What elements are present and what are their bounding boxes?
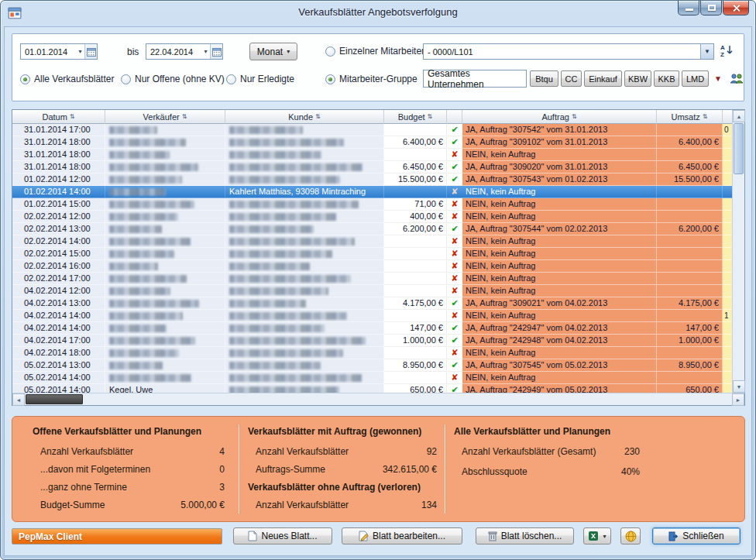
- title-bar[interactable]: Verkaufsblätter Angebotsverfolgung: [1, 1, 755, 26]
- monat-button[interactable]: Monat▾: [249, 43, 297, 60]
- column-header-budget[interactable]: Budget⇅: [384, 110, 447, 124]
- summary-value: 134: [421, 500, 437, 510]
- redacted-text: [229, 176, 340, 184]
- date-from-dropdown-icon[interactable]: ▾: [76, 48, 84, 55]
- date-to-field[interactable]: 22.04.2014 ▾: [146, 43, 223, 60]
- table-row[interactable]: 02.02.2014 14:00✘NEIN, kein Auftrag: [12, 235, 732, 248]
- column-header-datum[interactable]: Datum⇅: [12, 110, 105, 124]
- minimize-button[interactable]: [678, 1, 699, 15]
- sort-az-button[interactable]: A Z: [720, 43, 734, 60]
- horizontal-scroll-thumb[interactable]: [26, 394, 83, 404]
- employee-groups-button[interactable]: [729, 72, 744, 88]
- table-row[interactable]: 04.02.2014 17:001.000,00 €✔JA, Auftrag "…: [12, 335, 732, 347]
- column-header-extra[interactable]: [723, 110, 732, 124]
- scroll-up-icon[interactable]: ▲: [733, 110, 745, 122]
- group-name-field[interactable]: Gesamtes Unternehmen: [423, 70, 527, 88]
- scroll-left-icon[interactable]: ◄: [12, 393, 25, 406]
- table-row[interactable]: 04.02.2014 18:00✘NEIN, kein Auftrag: [12, 347, 732, 359]
- column-header-umsatz[interactable]: Umsatz⇅: [657, 110, 723, 124]
- table-row[interactable]: 31.01.2014 18:006.450,00 €✔JA, Auftrag "…: [12, 161, 732, 173]
- group-button-lmd[interactable]: LMD: [682, 70, 709, 87]
- group-button-label: LMD: [686, 74, 704, 84]
- employee-select[interactable]: - 0000/L101 ▼: [423, 43, 714, 60]
- table-row[interactable]: 31.01.2014 18:00✘NEIN, kein Auftrag: [12, 149, 732, 161]
- redacted-text: [229, 126, 303, 134]
- column-header-auftrag[interactable]: Auftrag⇅: [462, 110, 657, 124]
- table-row[interactable]: 02.02.2014 16:00✘NEIN, kein Auftrag: [12, 260, 732, 273]
- table-row[interactable]: 05.02.2014 14:00✘NEIN, kein Auftrag: [12, 372, 732, 384]
- group-button-einkauf[interactable]: Einkauf: [584, 70, 622, 87]
- horizontal-scrollbar[interactable]: ◄ ►: [12, 393, 744, 405]
- radio-einzelner-mitarbeiter[interactable]: Einzelner Mitarbeiter: [325, 46, 424, 57]
- export-excel-button[interactable]: ▾: [583, 527, 611, 545]
- close-button[interactable]: [723, 1, 749, 15]
- order-status-cell: ✔: [447, 161, 462, 173]
- radio-alle-verkaufsblaetter[interactable]: Alle Verkaufsblätter: [20, 74, 114, 84]
- edit-sheet-button[interactable]: Blatt bearbeiten...: [342, 527, 462, 545]
- group-button-btqu[interactable]: Btqu: [530, 70, 558, 87]
- vertical-scrollbar[interactable]: ▲ ▼: [732, 110, 744, 393]
- date-from-field[interactable]: 01.01.2014 ▾: [20, 43, 98, 60]
- cross-icon: ✘: [451, 261, 458, 270]
- combo-dropdown-icon[interactable]: ▼: [700, 44, 713, 59]
- vertical-scroll-thumb[interactable]: [734, 123, 744, 174]
- table-row[interactable]: 02.02.2014 15:00✘NEIN, kein Auftrag: [12, 248, 732, 260]
- auftrag-cell: NEIN, kein Auftrag: [462, 198, 657, 211]
- table-row[interactable]: 01.02.2014 12:0015.500,00 €✔JA, Auftrag …: [12, 173, 732, 186]
- column-header-kunde[interactable]: Kunde⇅: [225, 110, 384, 124]
- maximize-button[interactable]: [700, 1, 722, 15]
- radio-nur-offene[interactable]: Nur Offene (ohne KV): [121, 74, 225, 84]
- chevron-down-icon: ▾: [603, 533, 606, 540]
- table-row[interactable]: 02.02.2014 12:00400,00 €✘NEIN, kein Auft…: [12, 211, 732, 223]
- radio-nur-erledigte[interactable]: Nur Erledigte: [226, 74, 294, 84]
- delete-sheet-button[interactable]: Blatt löschen...: [476, 527, 574, 545]
- table-row[interactable]: 02.02.2014 17:00✘NEIN, kein Auftrag: [12, 273, 732, 285]
- kunde-cell: [225, 223, 384, 235]
- column-header-verkaeufer[interactable]: Verkäufer⇅: [105, 110, 225, 124]
- scroll-right-icon[interactable]: ►: [732, 393, 744, 406]
- order-status-cell: ✘: [447, 248, 462, 260]
- datum-cell: 02.02.2014 16:00: [12, 260, 105, 273]
- column-header-status[interactable]: [447, 110, 462, 124]
- table-row[interactable]: 04.02.2014 13:004.175,00 €✔JA, Auftrag "…: [12, 297, 732, 310]
- more-groups-icon[interactable]: ▼: [714, 74, 722, 83]
- umsatz-cell: [657, 260, 723, 273]
- new-sheet-button[interactable]: Neues Blatt...: [233, 527, 332, 545]
- employee-select-value: - 0000/L101: [424, 47, 700, 57]
- edge-cell: [723, 136, 732, 149]
- table-row[interactable]: 05.02.2014 13:008.950,00 €✔JA, Auftrag "…: [12, 359, 732, 372]
- table-row[interactable]: 04.02.2014 14:00✘NEIN, kein Auftrag1: [12, 310, 732, 322]
- datum-cell: 01.02.2014 12:00: [12, 173, 105, 186]
- redacted-text: [229, 349, 343, 357]
- date-from-calendar-button[interactable]: [84, 44, 97, 59]
- kunde-cell: [225, 347, 384, 359]
- table-row[interactable]: 02.02.2014 13:006.200,00 €✔JA, Auftrag "…: [12, 223, 732, 235]
- table-row[interactable]: 01.02.2014 14:00Kahlert Matthias, 93098 …: [12, 186, 732, 198]
- group-button-cc[interactable]: CC: [561, 70, 582, 87]
- budget-cell: [384, 347, 447, 359]
- summary-lost-title: Verkaufsblätter ohne Auftrag (verloren): [248, 482, 421, 493]
- datum-cell: 31.01.2014 17:00: [12, 124, 105, 136]
- table-row[interactable]: 31.01.2014 17:00✔JA, Auftrag "307542" vo…: [12, 124, 732, 136]
- radio-mitarbeiter-gruppe[interactable]: Mitarbeiter-Gruppe: [325, 74, 418, 84]
- umsatz-cell: [657, 285, 723, 297]
- datum-cell: 02.02.2014 14:00: [12, 235, 105, 248]
- table-row[interactable]: 04.02.2014 12:00✘NEIN, kein Auftrag: [12, 285, 732, 297]
- table-row[interactable]: 31.01.2014 18:006.400,00 €✔JA, Auftrag "…: [12, 136, 732, 149]
- order-status-cell: ✘: [447, 235, 462, 248]
- scroll-down-icon[interactable]: ▼: [733, 380, 745, 393]
- date-to-dropdown-icon[interactable]: ▾: [201, 48, 210, 55]
- sort-arrows-icon: ⇅: [703, 113, 708, 120]
- date-to-calendar-button[interactable]: [210, 44, 222, 59]
- kunde-cell: [225, 161, 384, 173]
- group-button-kbw[interactable]: KBW: [624, 70, 651, 87]
- group-button-kkb[interactable]: KKB: [654, 70, 679, 87]
- close-dialog-button[interactable]: Schließen: [652, 527, 741, 545]
- table-row[interactable]: 01.02.2014 15:0071,00 €✘NEIN, kein Auftr…: [12, 198, 732, 211]
- web-button[interactable]: [620, 527, 641, 545]
- edge-cell: [723, 335, 732, 347]
- redacted-text: [109, 337, 195, 345]
- redacted-text: [229, 325, 325, 332]
- redacted-text: [229, 337, 366, 345]
- table-row[interactable]: 04.02.2014 14:00147,00 €✔JA, Auftrag "24…: [12, 322, 732, 335]
